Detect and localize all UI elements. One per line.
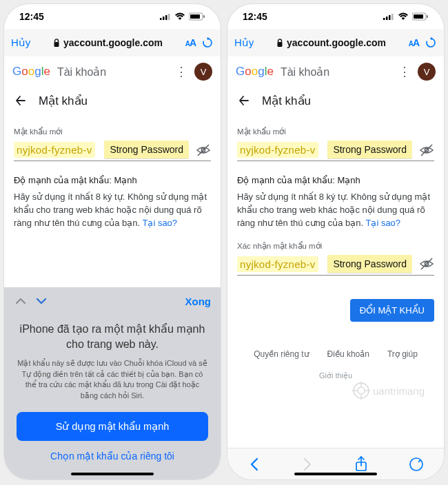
footer-links: Quyền riêng tư Điều khoản Trợ giúp: [237, 349, 434, 359]
page-header: Mật khẩu: [4, 87, 221, 114]
new-password-field[interactable]: nyjkod-fyzneb-v Strong Password: [14, 139, 211, 161]
cancel-button[interactable]: Hủy: [11, 37, 30, 49]
new-password-field[interactable]: nyjkod-fyzneb-v Strong Password: [237, 139, 434, 161]
strong-password-badge: Strong Password: [104, 141, 189, 158]
overflow-menu-icon[interactable]: ⋮: [175, 64, 187, 79]
status-indicators: [160, 12, 205, 21]
confirm-password-field[interactable]: nyjkod-fyzneb-v Strong Password: [237, 254, 434, 276]
done-button[interactable]: Xong: [185, 296, 212, 307]
back-arrow-icon[interactable]: [14, 94, 28, 107]
password-hint: Hãy sử dụng ít nhất 8 ký tự. Không sử dụ…: [14, 191, 211, 230]
battery-icon: [189, 12, 205, 21]
cancel-button[interactable]: Hủy: [234, 37, 254, 49]
show-password-icon[interactable]: [419, 256, 434, 271]
new-password-label: Mật khẩu mới: [14, 127, 211, 136]
battery-icon: [412, 12, 429, 21]
overflow-menu-icon[interactable]: ⋮: [398, 64, 411, 79]
show-password-icon[interactable]: [196, 143, 211, 158]
lock-icon: [53, 39, 60, 48]
change-password-button[interactable]: ĐỔI MẬT KHẨU: [350, 299, 434, 322]
svg-rect-13: [391, 14, 394, 20]
status-indicators: [383, 12, 429, 21]
text-size-button[interactable]: AA: [185, 37, 196, 48]
svg-line-21: [421, 258, 432, 269]
safari-share-button[interactable]: [354, 456, 368, 473]
status-time: 12:45: [243, 11, 267, 22]
home-indicator[interactable]: [71, 473, 154, 475]
google-app-bar: Google Tài khoản ⋮ V: [227, 56, 444, 87]
svg-line-19: [421, 145, 432, 156]
suggestion-description: Mật khẩu này sẽ được lưu vào Chuỗi khóa …: [17, 358, 208, 401]
show-password-icon[interactable]: [419, 143, 434, 158]
chevron-up-icon[interactable]: [14, 294, 28, 308]
svg-rect-15: [414, 14, 423, 19]
signal-icon: [160, 13, 171, 21]
phone-right: 12:45 Hủy yaccount.google.com AA Google …: [227, 4, 444, 479]
google-logo: Google: [236, 65, 274, 79]
password-hint: Hãy sử dụng ít nhất 8 ký tự. Không sử dụ…: [237, 191, 434, 230]
footer-intro[interactable]: Giới thiệu: [237, 371, 434, 380]
privacy-link[interactable]: Quyền riêng tư: [254, 349, 309, 359]
new-password-label: Mật khẩu mới: [237, 127, 434, 136]
status-bar: 12:45: [227, 4, 444, 29]
reload-button[interactable]: [201, 37, 214, 49]
svg-rect-1: [163, 17, 165, 20]
reload-button[interactable]: [425, 37, 437, 49]
strong-password-badge: Strong Password: [327, 255, 412, 273]
safari-tabs-button[interactable]: [409, 457, 424, 472]
confirm-password-label: Xác nhận mật khẩu mới: [237, 241, 434, 251]
address-bar: Hủy yaccount.google.com AA: [4, 29, 221, 56]
page-content: Mật khẩu mới nyjkod-fyzneb-v Strong Pass…: [4, 114, 221, 237]
phone-left: 12:45 Hủy yaccount.google.com AA Google …: [4, 4, 221, 479]
svg-rect-7: [54, 42, 59, 47]
svg-line-9: [198, 145, 209, 156]
page-header: Mật khẩu: [227, 87, 444, 114]
choose-own-password-link[interactable]: Chọn mật khẩu của riêng tôi: [17, 451, 208, 462]
address-bar: Hủy yaccount.google.com AA: [227, 29, 444, 56]
safari-forward-button: [301, 456, 314, 473]
back-arrow-icon[interactable]: [237, 94, 251, 107]
svg-rect-12: [389, 15, 391, 20]
wifi-icon: [174, 12, 185, 21]
password-value: nyjkod-fyzneb-v: [237, 256, 318, 272]
page-title: Mật khẩu: [39, 94, 88, 108]
svg-rect-16: [427, 15, 428, 18]
why-link[interactable]: Tại sao?: [365, 218, 400, 228]
page-content: Mật khẩu mới nyjkod-fyzneb-v Strong Pass…: [227, 114, 444, 387]
svg-rect-10: [383, 18, 385, 20]
svg-rect-11: [386, 17, 388, 20]
why-link[interactable]: Tại sao?: [142, 218, 177, 228]
lock-icon: [276, 39, 283, 48]
status-bar: 12:45: [4, 4, 221, 29]
safari-back-button[interactable]: [248, 456, 261, 473]
wifi-icon: [398, 12, 409, 21]
svg-rect-2: [165, 15, 167, 20]
avatar[interactable]: V: [418, 63, 436, 81]
url-text: yaccount.google.com: [287, 37, 386, 48]
svg-rect-5: [190, 14, 200, 19]
svg-point-23: [358, 387, 365, 394]
svg-rect-3: [168, 14, 170, 20]
terms-link[interactable]: Điều khoản: [327, 349, 369, 359]
svg-rect-0: [160, 18, 162, 20]
help-link[interactable]: Trợ giúp: [387, 349, 418, 359]
app-title: Tài khoản: [281, 65, 329, 79]
signal-icon: [383, 13, 394, 21]
home-indicator[interactable]: [294, 473, 377, 475]
svg-rect-17: [278, 42, 283, 47]
password-strength: Độ mạnh của mật khẩu: Mạnh: [14, 175, 211, 185]
chevron-down-icon[interactable]: [34, 294, 48, 308]
password-strength: Độ mạnh của mật khẩu: Mạnh: [237, 175, 434, 185]
status-time: 12:45: [19, 11, 44, 22]
google-app-bar: Google Tài khoản ⋮ V: [4, 56, 221, 87]
password-value: nyjkod-fyzneb-v: [14, 142, 95, 158]
url-text: yaccount.google.com: [63, 37, 163, 48]
address-display[interactable]: yaccount.google.com: [259, 37, 403, 48]
app-title: Tài khoản: [57, 65, 106, 79]
avatar[interactable]: V: [194, 63, 212, 81]
address-display[interactable]: yaccount.google.com: [36, 37, 179, 48]
use-strong-password-button[interactable]: Sử dụng mật khẩu mạnh: [17, 412, 208, 441]
svg-rect-6: [203, 15, 205, 18]
suggestion-title: iPhone đã tạo ra một mật khẩu mạnh cho t…: [17, 322, 208, 351]
text-size-button[interactable]: AA: [409, 37, 419, 48]
